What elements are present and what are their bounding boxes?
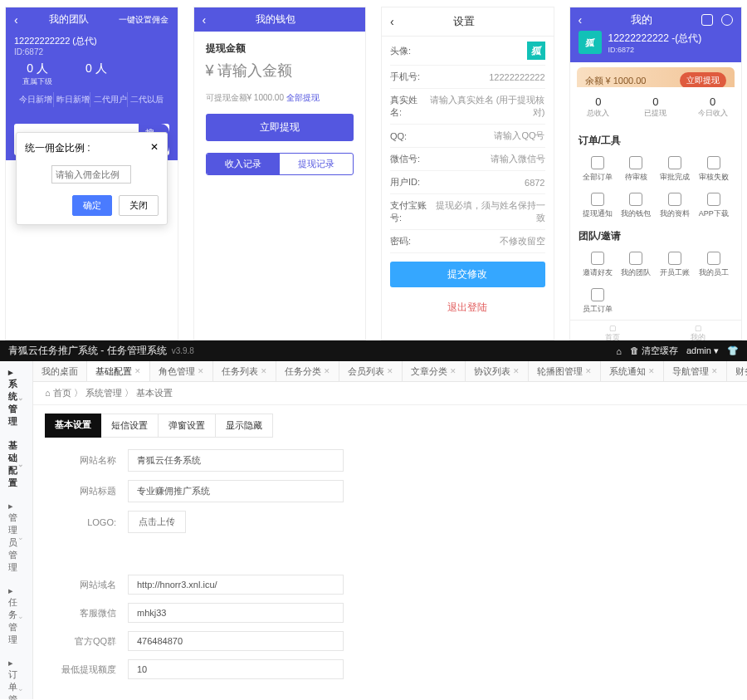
close-icon[interactable]: ✕ [711, 367, 718, 375]
sidebar-item[interactable]: ▸ 任务管理⌄ [0, 580, 32, 652]
admin-tab[interactable]: 任务列表✕ [213, 361, 276, 381]
admin-user[interactable]: admin ▾ [686, 345, 719, 356]
user-name: 12222222222 (总代) [14, 35, 169, 47]
setting-row[interactable]: 真实姓名:请输入真实姓名 (用于提现核对) [390, 89, 545, 125]
close-icon[interactable]: ✕ [585, 367, 592, 375]
stat-tabs: 今日新增 昨日新增 二代用户 二代以后 [14, 87, 169, 112]
subtab[interactable]: 显示隐藏 [216, 414, 273, 438]
grid-icon [591, 288, 604, 301]
grid-item[interactable]: 审核失败 [694, 151, 733, 188]
withdraw-hint: 可提现金额¥ 1000.00 全部提现 [206, 92, 354, 104]
admin-tab[interactable]: 轮播图管理✕ [529, 361, 601, 381]
ok-button[interactable]: 确定 [72, 195, 112, 216]
close-icon[interactable]: ✕ [150, 141, 159, 155]
admin-tab[interactable]: 文章分类✕ [403, 361, 466, 381]
sidebar-item[interactable]: ▸ 系统管理⌄ [0, 361, 32, 433]
form-row: 网站域名http://hnorr3.xnl.icu/ [50, 575, 747, 595]
logout-button[interactable]: 退出登陆 [382, 296, 554, 320]
admin-tab[interactable]: 基础配置✕ [87, 361, 150, 381]
user-name: 12222222222 -(总代) [608, 32, 702, 46]
gear-icon[interactable] [701, 14, 713, 26]
subtab[interactable]: 短信设置 [101, 414, 159, 438]
form-input[interactable]: 10 [128, 659, 344, 679]
form-input[interactable]: 青狐云任务系统 [128, 449, 344, 472]
back-icon[interactable]: ‹ [14, 13, 18, 27]
subtab[interactable]: 基本设置 [45, 414, 101, 438]
setting-row[interactable]: 支付宝账号:提现必填，须与姓名保持一致 [390, 194, 545, 230]
tab-yesterday[interactable]: 昨日新增 [56, 92, 91, 107]
withdraw-button[interactable]: 立即提现 [206, 114, 354, 141]
sidebar-item[interactable]: ▸ 订单管理⌄ [0, 652, 32, 700]
seg-income[interactable]: 收入记录 [207, 154, 280, 174]
grid-item[interactable]: 开员工账 [656, 247, 695, 283]
grid-item[interactable]: 待审核 [617, 151, 656, 188]
close-icon[interactable]: ✕ [513, 367, 520, 375]
form-input[interactable]: mhkj33 [128, 603, 344, 623]
commission-input[interactable] [51, 165, 131, 184]
setting-row[interactable]: 用户ID:6872 [390, 171, 545, 194]
close-icon[interactable]: ✕ [387, 367, 393, 375]
setting-row[interactable]: QQ:请输入QQ号 [390, 125, 545, 148]
upload-button[interactable]: 点击上传 [128, 511, 186, 533]
admin-tab[interactable]: 我的桌面 [33, 361, 87, 381]
amount-input[interactable]: ¥ 请输入金额 [206, 61, 354, 81]
admin-tab[interactable]: 角色管理✕ [150, 361, 213, 381]
close-icon[interactable]: ✕ [324, 367, 330, 375]
setting-row[interactable]: 密码:不修改留空 [390, 230, 545, 253]
close-icon[interactable]: ✕ [450, 367, 456, 375]
form-input[interactable]: 476484870 [128, 631, 344, 651]
tab-gen2plus[interactable]: 二代以后 [130, 92, 164, 107]
admin-tab[interactable]: 导航管理✕ [664, 361, 727, 381]
back-icon[interactable]: ‹ [390, 15, 394, 28]
subtab[interactable]: 弹窗设置 [159, 414, 216, 438]
theme-icon[interactable]: 👕 [727, 345, 739, 356]
cancel-button[interactable]: 关闭 [119, 195, 159, 216]
commission-button[interactable]: 一键设置佣金 [119, 14, 168, 26]
admin-panel: 青狐云任务推广系统 - 任务管理系统 v3.9.8 ⌂ 🗑 清空缓存 admin… [0, 340, 747, 700]
tab-today[interactable]: 今日新增 [19, 92, 54, 107]
grid-item[interactable]: 我的团队 [617, 247, 656, 283]
grid-item[interactable]: 全部订单 [579, 151, 618, 188]
admin-tab[interactable]: 系统通知✕ [601, 361, 664, 381]
admin-tab[interactable]: 会员列表✕ [339, 361, 403, 381]
grid-item[interactable]: 我的员工 [694, 247, 733, 283]
avatar[interactable]: 狐 [579, 31, 602, 54]
grid-item[interactable]: 邀请好友 [579, 247, 618, 283]
close-icon[interactable]: ✕ [648, 367, 655, 375]
grid-item[interactable]: 提现通知 [579, 188, 618, 224]
close-icon[interactable]: ✕ [198, 367, 204, 375]
setting-row[interactable]: 手机号:12222222222 [390, 66, 545, 89]
back-icon[interactable]: ‹ [579, 13, 583, 27]
withdraw-all-link[interactable]: 全部提现 [286, 93, 320, 102]
admin-tab[interactable]: 协议列表✕ [466, 361, 529, 381]
sidebar-item[interactable]: 基础配置⌄ [0, 433, 32, 495]
submit-button[interactable]: 提交修改 [390, 262, 545, 287]
withdraw-button[interactable]: 立即提现 [680, 72, 726, 89]
form-row: 客服微信mhkj33 [50, 603, 747, 623]
grid-item[interactable]: 审批完成 [656, 151, 695, 188]
close-icon[interactable]: ✕ [261, 367, 267, 375]
grid-item[interactable]: 员工订单 [579, 283, 618, 320]
back-icon[interactable]: ‹ [203, 13, 207, 27]
close-icon[interactable]: ✕ [134, 367, 141, 375]
grid-item[interactable]: 我的钱包 [617, 188, 656, 224]
grid-icon [629, 193, 642, 206]
home-icon[interactable]: ⌂ [616, 346, 622, 356]
amount-label: 提现金额 [206, 42, 354, 56]
clear-cache-button[interactable]: 🗑 清空缓存 [630, 345, 678, 357]
grid-item[interactable]: APP下载 [694, 188, 733, 224]
form-input[interactable]: 专业赚佣推广系统 [128, 480, 344, 502]
setting-row[interactable]: 头像:狐 [390, 37, 545, 66]
setting-row[interactable]: 微信号:请输入微信号 [390, 148, 545, 171]
tab-gen2[interactable]: 二代用户 [93, 92, 128, 107]
admin-tab[interactable]: 财务审✕ [727, 361, 747, 381]
sidebar-item[interactable]: ▸ 管理员管理⌄ [0, 495, 32, 580]
grid-item[interactable]: 我的资料 [656, 188, 695, 224]
grid-icon [668, 193, 681, 206]
seg-withdraw[interactable]: 提现记录 [280, 154, 353, 174]
admin-tab[interactable]: 任务分类✕ [276, 361, 339, 381]
admin-topbar: 青狐云任务推广系统 - 任务管理系统 v3.9.8 ⌂ 🗑 清空缓存 admin… [0, 340, 747, 361]
form-input[interactable]: http://hnorr3.xnl.icu/ [128, 575, 344, 595]
section-orders: 订单/工具 [579, 134, 734, 148]
bell-icon[interactable] [721, 14, 733, 26]
